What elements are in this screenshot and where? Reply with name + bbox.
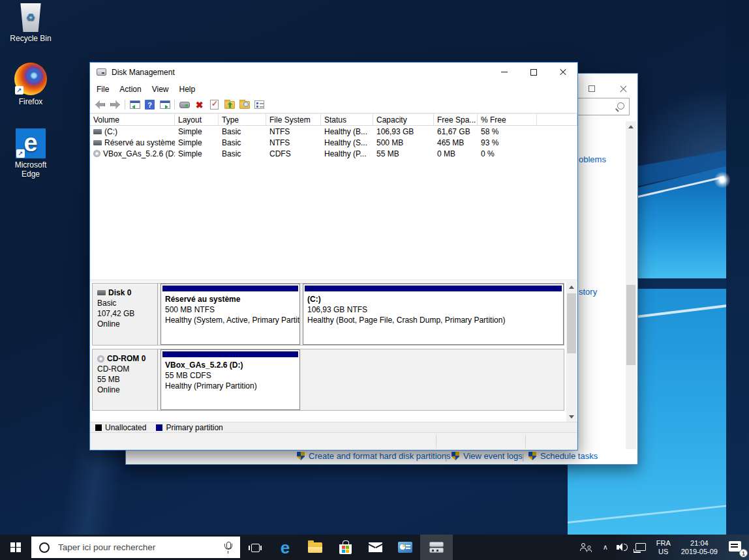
partition-system-reserved[interactable]: Réservé au système 500 MB NTFS Healthy (…: [160, 284, 300, 345]
volume-pct-free: 0 %: [478, 149, 537, 158]
partition-detail: 500 MB NTFS: [165, 304, 299, 315]
volume-capacity: 55 MB: [373, 149, 434, 158]
maximize-icon: [588, 85, 595, 92]
disk-0-header[interactable]: Disk 0 Basic 107,42 GB Online: [93, 284, 158, 345]
people-button[interactable]: [575, 535, 598, 560]
volume-status: Healthy (B...: [321, 127, 373, 136]
partition-vbox[interactable]: VBox_GAs_5.2.6 (D:) 55 MB CDFS Healthy (…: [160, 349, 300, 410]
disk-management-icon: [429, 542, 444, 553]
column-status[interactable]: Status: [321, 114, 373, 125]
taskbar-disk-management-button[interactable]: [420, 535, 453, 560]
volume-free: 0 MB: [434, 149, 478, 158]
taskbar-store-button[interactable]: [330, 535, 360, 560]
cdrom-0-header[interactable]: CD-ROM 0 CD-ROM 55 MB Online: [93, 349, 158, 410]
menu-file[interactable]: File: [91, 85, 114, 94]
link-create-partitions[interactable]: Create and format hard disk partitions: [297, 451, 451, 461]
close-button[interactable]: [615, 82, 632, 95]
column-capacity[interactable]: Capacity: [373, 114, 434, 125]
partition-c[interactable]: (C:) 106,93 GB NTFS Healthy (Boot, Page …: [303, 284, 564, 345]
volume-type: Basic: [219, 127, 266, 136]
firefox-icon: ↗: [14, 63, 47, 95]
scrollbar-thumb[interactable]: [567, 293, 576, 353]
column-layout[interactable]: Layout: [175, 114, 219, 125]
taskbar-file-explorer-button[interactable]: [300, 535, 330, 560]
menu-view[interactable]: View: [147, 85, 174, 94]
scroll-down-icon[interactable]: [566, 411, 577, 422]
taskbar-search[interactable]: [31, 537, 240, 558]
minimize-icon: [501, 72, 508, 72]
show-action-pane-button[interactable]: [157, 98, 172, 112]
link-schedule-tasks[interactable]: Schedule tasks: [528, 451, 598, 461]
menu-help[interactable]: Help: [174, 85, 201, 94]
volume-row-c[interactable]: (C:) Simple Basic NTFS Healthy (B... 106…: [90, 126, 577, 137]
volume-button[interactable]: [613, 535, 632, 560]
start-button[interactable]: [0, 535, 31, 560]
control-panel-link-history[interactable]: story: [579, 287, 597, 297]
open-button[interactable]: [222, 98, 237, 112]
action-center-button[interactable]: 1: [723, 535, 749, 560]
primary-partition-band: [162, 286, 298, 291]
disk-name: CD-ROM 0: [107, 353, 145, 364]
disk-size: 55 MB: [97, 374, 157, 385]
maximize-button[interactable]: [583, 82, 600, 95]
help-button[interactable]: ?: [142, 98, 157, 112]
taskbar-mail-button[interactable]: [360, 535, 390, 560]
mail-icon: [369, 542, 382, 552]
scroll-up-icon[interactable]: [626, 121, 636, 132]
task-view-button[interactable]: [240, 535, 270, 560]
search-input[interactable]: [57, 542, 223, 553]
column-type[interactable]: Type: [219, 114, 266, 125]
menu-action[interactable]: Action: [114, 85, 146, 94]
cortana-icon: [39, 542, 50, 553]
maximize-button[interactable]: [519, 63, 548, 81]
volume-row-vbox[interactable]: VBox_GAs_5.2.6 (D:) Simple Basic CDFS He…: [90, 148, 577, 159]
forward-arrow-icon: [110, 100, 120, 109]
properties-button[interactable]: [252, 98, 267, 112]
disk-volume-icon: [93, 140, 102, 145]
graphical-view-scrollbar[interactable]: [566, 282, 577, 422]
minimize-button[interactable]: [489, 63, 519, 81]
column-free-space[interactable]: Free Spa...: [434, 114, 478, 125]
explore-button[interactable]: [237, 98, 252, 112]
volume-type: Basic: [219, 149, 266, 158]
column-file-system[interactable]: File System: [266, 114, 321, 125]
check-document-icon: ✓: [210, 100, 219, 110]
mark-active-button[interactable]: ✓: [207, 98, 222, 112]
volume-free: 465 MB: [434, 138, 478, 147]
folder-explore-icon: [239, 101, 250, 109]
control-panel-scrollbar[interactable]: [626, 121, 636, 461]
microphone-icon[interactable]: [223, 542, 232, 553]
clock[interactable]: 21:04 2019-05-09: [676, 535, 723, 560]
desktop-icon-edge[interactable]: e ↗ Microsoft Edge: [6, 128, 55, 179]
volume-row-system-reserved[interactable]: Réservé au système Simple Basic NTFS Hea…: [90, 137, 577, 148]
recycle-symbol-icon: ♻: [6, 11, 55, 23]
title-bar[interactable]: Disk Management: [90, 63, 577, 81]
back-button[interactable]: [93, 98, 108, 112]
control-panel-link-problems[interactable]: oblems: [579, 155, 606, 164]
desktop-icon-firefox[interactable]: ↗ Firefox: [6, 63, 55, 106]
show-hidden-icons-button[interactable]: ∧: [598, 535, 613, 560]
language-indicator[interactable]: FRA US: [651, 535, 676, 560]
desktop-icon-recycle-bin[interactable]: ♻ Recycle Bin: [6, 3, 55, 43]
delete-volume-button[interactable]: ✖: [192, 98, 207, 112]
disk-state: Online: [97, 385, 157, 395]
taskbar: e ∧: [0, 535, 749, 560]
column-volume[interactable]: Volume: [90, 114, 175, 125]
forward-button[interactable]: [108, 98, 123, 112]
help-icon: ?: [145, 100, 155, 110]
taskbar-edge-button[interactable]: e: [270, 535, 300, 560]
time: 21:04: [690, 539, 709, 548]
uac-shield-icon: [528, 452, 536, 460]
close-button[interactable]: [548, 63, 577, 81]
action-center-icon: [729, 541, 741, 552]
taskbar-control-panel-button[interactable]: [390, 535, 420, 560]
show-console-tree-button[interactable]: [127, 98, 142, 112]
link-view-event-logs[interactable]: View event logs: [451, 451, 523, 461]
network-button[interactable]: [632, 535, 651, 560]
scroll-up-icon[interactable]: [566, 282, 577, 292]
views-button[interactable]: [177, 98, 192, 112]
volume-list: Volume Layout Type File System Status Ca…: [90, 113, 577, 279]
column-pct-free[interactable]: % Free: [478, 114, 537, 125]
scrollbar-thumb[interactable]: [626, 285, 635, 365]
desktop-icon-label: Recycle Bin: [6, 34, 55, 43]
